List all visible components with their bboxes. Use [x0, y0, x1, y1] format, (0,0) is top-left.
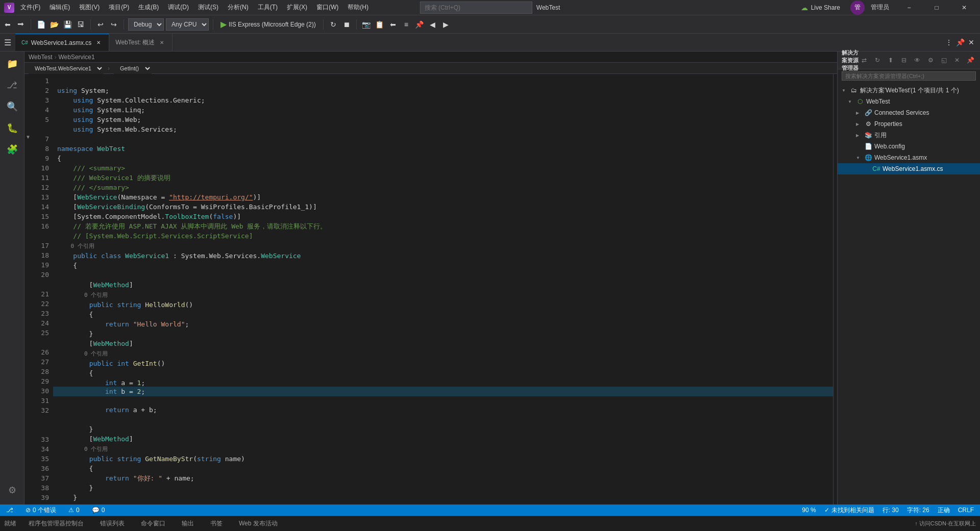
activity-settings[interactable]: ⚙: [2, 480, 22, 500]
code-content[interactable]: ▼ 12345 7891011 1213141516 17181920 2122…: [24, 74, 837, 504]
status-warnings[interactable]: ⚠ 0: [66, 507, 82, 514]
maximize-button[interactable]: □: [925, 0, 948, 15]
toolbar-sep-5: [323, 19, 324, 30]
bottom-tab-errors[interactable]: 错误列表: [96, 518, 129, 529]
bottom-tab-bookmarks[interactable]: 书签: [206, 518, 227, 529]
align-left-button[interactable]: ⬅: [387, 19, 399, 30]
status-sel[interactable]: 正确: [936, 506, 952, 515]
se-close-button[interactable]: ✕: [951, 55, 963, 66]
status-errors[interactable]: ⊘ 0 个错误: [23, 506, 58, 515]
pin-pane-button[interactable]: 📌: [954, 37, 966, 48]
namespace-select[interactable]: WebTest.WebService1: [29, 63, 104, 74]
live-share-button[interactable]: Live Share: [811, 4, 840, 11]
tree-webservice-cs[interactable]: ▶ C# WebService1.asmx.cs: [838, 163, 980, 174]
title-bar-left: V 文件(F) 编辑(E) 视图(V) 项目(P) 生成(B) 调试(D) 测试…: [4, 2, 373, 13]
pin-button[interactable]: 📌: [414, 19, 425, 30]
breadcrumb-webservice1[interactable]: WebService1: [58, 54, 94, 61]
stop-button[interactable]: ⏹: [341, 19, 352, 30]
tree-solution[interactable]: ▼ 🗂 解决方案'WebTest'(1 个项目/共 1 个): [838, 85, 980, 96]
tab-webservice1-close[interactable]: ✕: [94, 39, 103, 47]
status-encoding[interactable]: CRLF: [956, 507, 976, 514]
status-messages[interactable]: 💬 0: [90, 507, 107, 514]
menu-analyze[interactable]: 分析(N): [224, 2, 253, 13]
minimize-button[interactable]: −: [897, 0, 921, 15]
toolbar: ⬅ ⮕ 📄 📂 💾 🖫 ↩ ↪ Debug Any CPU ▶ IIS Expr…: [0, 15, 980, 34]
project-expand-icon: ▼: [848, 99, 854, 104]
status-col[interactable]: 字符: 26: [905, 506, 932, 515]
menu-tools[interactable]: 工具(T): [254, 2, 282, 13]
menu-build[interactable]: 生成(B): [134, 2, 163, 13]
global-search-input[interactable]: [420, 2, 532, 14]
se-collapse-button[interactable]: ⬆: [885, 55, 896, 66]
solution-search-input[interactable]: [842, 71, 976, 81]
solution-explorer-toggle[interactable]: ☰: [2, 37, 13, 48]
bottom-tab-pkg-manager[interactable]: 程序包管理器控制台: [24, 518, 88, 529]
se-pin-button[interactable]: 📌: [965, 55, 976, 66]
menu-help[interactable]: 帮助(H): [344, 2, 373, 13]
se-show-all-button[interactable]: 👁: [912, 55, 923, 66]
se-filter-button[interactable]: ⊟: [898, 55, 910, 66]
breadcrumb-webtest[interactable]: WebTest: [29, 54, 52, 61]
menu-test[interactable]: 测试(S): [194, 2, 223, 13]
tree-webconfig[interactable]: ▶ 📄 Web.config: [838, 141, 980, 152]
solution-expand-icon: ▼: [842, 88, 848, 93]
menu-edit[interactable]: 编辑(E): [45, 2, 74, 13]
redo-button[interactable]: ↪: [108, 19, 119, 30]
cpu-config-select[interactable]: Any CPU: [166, 18, 209, 31]
code-editor[interactable]: ▼ 12345 7891011 1213141516 17181920 2122…: [24, 74, 837, 504]
align-center-button[interactable]: ≡: [401, 19, 412, 30]
tab-list-button[interactable]: ⋮: [943, 37, 954, 48]
tree-references[interactable]: ▶ 📚 引用: [838, 130, 980, 141]
close-pane-button[interactable]: ✕: [966, 37, 977, 48]
activity-solution-explorer[interactable]: 📁: [2, 54, 22, 74]
new-file-button[interactable]: 📄: [35, 19, 46, 30]
se-props-button[interactable]: ⚙: [925, 55, 936, 66]
save-button[interactable]: 💾: [62, 19, 73, 30]
tab-webservice1[interactable]: C# WebService1.asmx.cs ✕: [15, 34, 109, 51]
menu-project[interactable]: 项目(P): [105, 2, 133, 13]
menu-window[interactable]: 窗口(W): [312, 2, 342, 13]
tab-webservice1-label: WebService1.asmx.cs: [31, 39, 91, 46]
menu-extensions[interactable]: 扩展(X): [283, 2, 311, 13]
status-row[interactable]: 行: 30: [880, 506, 901, 515]
bottom-tab-cmd[interactable]: 命令窗口: [137, 518, 169, 529]
refresh-button[interactable]: ↻: [328, 19, 339, 30]
status-git[interactable]: ⎇: [4, 507, 15, 514]
activity-git[interactable]: ⎇: [2, 75, 22, 95]
menu-file[interactable]: 文件(F): [16, 2, 44, 13]
back-button[interactable]: ⬅: [2, 19, 13, 30]
se-refresh-button[interactable]: ↻: [872, 55, 883, 66]
copy-button[interactable]: 📋: [374, 19, 385, 30]
bottom-tab-output[interactable]: 输出: [178, 518, 198, 529]
forward-button[interactable]: ⮕: [15, 19, 27, 30]
nav-next-button[interactable]: ▶: [440, 19, 452, 30]
debug-config-select[interactable]: Debug: [128, 18, 164, 31]
close-button[interactable]: ✕: [952, 0, 976, 15]
profile-button[interactable]: 管: [850, 1, 865, 15]
connected-services-icon: 🔗: [864, 109, 872, 116]
open-file-button[interactable]: 📂: [48, 19, 60, 30]
save-all-button[interactable]: 🖫: [75, 19, 86, 30]
status-zoom[interactable]: 90 %: [800, 507, 818, 514]
activity-search[interactable]: 🔍: [2, 96, 22, 117]
tree-webservice-asmx[interactable]: ▼ 🌐 WebService1.asmx: [838, 152, 980, 163]
tree-webtest-project[interactable]: ▼ ⬡ WebTest: [838, 96, 980, 107]
tree-properties[interactable]: ▶ ⚙ Properties: [838, 118, 980, 130]
menu-view[interactable]: 视图(V): [75, 2, 104, 13]
undo-button[interactable]: ↩: [95, 19, 106, 30]
bottom-tab-web-publish[interactable]: Web 发布活动: [235, 518, 282, 529]
screenshot-button[interactable]: 📷: [361, 19, 372, 30]
method-select[interactable]: GetInt(): [114, 63, 152, 74]
activity-extensions[interactable]: 🧩: [2, 139, 22, 160]
tab-overview[interactable]: WebTest: 概述 ✕: [109, 34, 173, 51]
run-button[interactable]: ▶ IIS Express (Microsoft Edge (2)): [217, 18, 319, 30]
tree-connected-services[interactable]: ▶ 🔗 Connected Services: [838, 107, 980, 118]
se-sync-button[interactable]: ⇄: [859, 55, 870, 66]
status-no-issues[interactable]: ✓ 未找到相关问题: [822, 506, 876, 515]
se-preview-button[interactable]: ◱: [938, 55, 949, 66]
activity-debug[interactable]: 🐛: [2, 118, 22, 138]
tab-overview-close[interactable]: ✕: [158, 38, 166, 46]
code-area[interactable]: using System; using System.Collections.G…: [53, 74, 833, 504]
nav-prev-button[interactable]: ◀: [427, 19, 438, 30]
menu-debug[interactable]: 调试(D): [164, 2, 193, 13]
